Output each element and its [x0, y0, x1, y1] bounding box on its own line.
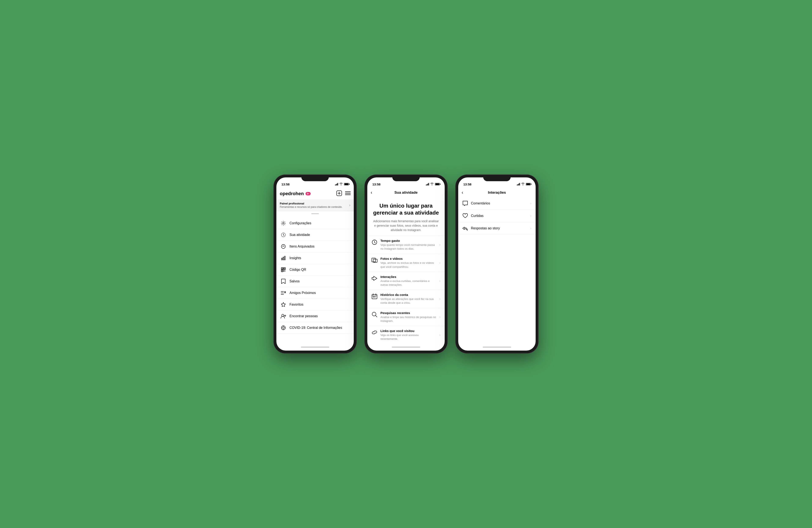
svg-rect-9 [281, 258, 282, 260]
menu-item-codigo-qr[interactable]: Código QR [276, 264, 354, 276]
battery-icon-2 [435, 183, 440, 185]
hero-desc: Adicionamos mais ferramentas para você a… [372, 219, 440, 232]
svg-point-45 [372, 312, 376, 316]
menu-label-covid: COVID-19: Central de Informações [289, 326, 342, 330]
notification-badge[interactable]: 9+ [306, 192, 311, 195]
screen-content-3[interactable]: Comentários › Curtidas › [458, 197, 536, 343]
person-add-icon [280, 313, 286, 319]
chevron-icon: › [439, 315, 440, 319]
bookmark-icon [280, 278, 286, 284]
nav-title-2: Sua atividade [394, 191, 418, 195]
activity-icon [280, 232, 286, 238]
banner-chevron-icon: › [349, 203, 350, 207]
comment-icon [462, 201, 468, 206]
links-title: Links que você visitou [380, 329, 436, 333]
phone-screen-2: 13:58 [367, 177, 445, 351]
hero-title: Um único lugar para gerenciar a sua ativ… [372, 202, 440, 216]
header-icons [336, 191, 350, 197]
menu-label-amigos-proximos: Amigos Próximos [289, 291, 316, 295]
gear-icon [280, 221, 286, 226]
chevron-icon: › [530, 201, 532, 205]
menu-item-covid[interactable]: COVID-19: Central de Informações [276, 322, 354, 334]
menu-label-codigo-qr: Código QR [289, 268, 306, 272]
menu-item-favoritos[interactable]: Favoritos [276, 299, 354, 311]
menu-label-encontrar-pessoas: Encontrar pessoas [289, 314, 318, 318]
hamburger-menu-icon[interactable] [345, 191, 350, 196]
svg-line-46 [376, 316, 377, 317]
menu-item-pesquisas[interactable]: Pesquisas recentes Analise e limpe seu h… [367, 308, 445, 326]
close-friends-icon [280, 290, 286, 296]
signal-icon-3 [517, 183, 520, 185]
back-button-2[interactable]: ‹ [371, 190, 372, 195]
calendar-icon [372, 293, 377, 299]
signal-icon-1 [335, 183, 338, 185]
link-icon [372, 330, 377, 335]
menu-item-amigos-proximos[interactable]: Amigos Próximos [276, 287, 354, 299]
svg-point-8 [281, 244, 286, 248]
svg-rect-20 [284, 271, 284, 272]
svg-rect-17 [282, 271, 283, 271]
menu-item-sua-atividade[interactable]: Sua atividade [276, 229, 354, 241]
wifi-icon-2 [430, 182, 434, 186]
menu-label-salvos: Salvos [289, 280, 300, 283]
add-post-icon[interactable] [336, 191, 342, 197]
menu-label-sua-atividade: Sua atividade [289, 233, 310, 237]
menu-item-encontrar-pessoas[interactable]: Encontrar pessoas [276, 311, 354, 322]
menu-item-salvos[interactable]: Salvos [276, 276, 354, 287]
svg-rect-10 [283, 257, 284, 260]
historico-title: Histórico da conta [380, 293, 436, 297]
banner-desc: Ferramentas e recursos só para criadores… [280, 206, 342, 209]
chevron-icon: › [439, 243, 440, 247]
interactions-icon [372, 275, 377, 281]
menu-item-insights[interactable]: Insights [276, 252, 354, 264]
menu-item-comentarios[interactable]: Comentários › [458, 197, 536, 210]
menu-item-configuracoes[interactable]: Configurações [276, 217, 354, 229]
username-area: opedrohen 9+ [280, 191, 310, 196]
search-icon [372, 312, 377, 317]
menu-item-fotos-videos[interactable]: Fotos e vídeos Veja, archive ou exclua a… [367, 254, 445, 272]
photos-videos-icon [372, 257, 377, 263]
phone-screen-3: 13:58 [458, 177, 536, 351]
menu-item-interacoes[interactable]: Interações Analise e exclua curtidas, co… [367, 272, 445, 290]
pesquisas-desc: Analise e limpe seu histórico de pesquis… [380, 315, 436, 323]
menu-label-configuracoes: Configurações [289, 221, 311, 225]
links-content: Links que você visitou Veja os links que… [380, 329, 436, 341]
menu-label-itens-arquivados: Itens Arquivados [289, 244, 315, 248]
chevron-icon: › [439, 333, 440, 337]
wifi-icon-1 [339, 182, 343, 186]
svg-rect-21 [285, 271, 285, 272]
username-text: opedrohen [280, 191, 304, 196]
menu-label-insights: Insights [289, 256, 301, 260]
menu-item-historico[interactable]: Histórico da conta Verifique as alteraçõ… [367, 290, 445, 308]
back-button-3[interactable]: ‹ [462, 190, 463, 195]
p1-header: opedrohen 9+ [276, 188, 354, 199]
tempo-gasto-title: Tempo gasto [380, 239, 436, 242]
notch-3 [483, 175, 511, 181]
menu-item-respostas[interactable]: Respostas ao story › [458, 222, 536, 235]
menu-sheet: Configurações Sua atividade [276, 213, 354, 334]
home-indicator-1 [276, 343, 354, 351]
menu-item-links[interactable]: Links que você visitou Veja os links que… [367, 326, 445, 343]
menu-item-itens-arquivados[interactable]: Itens Arquivados [276, 241, 354, 252]
svg-point-31 [282, 327, 284, 329]
svg-point-27 [282, 314, 284, 316]
phone-1: 13:58 [274, 175, 356, 353]
svg-rect-19 [285, 270, 285, 271]
menu-item-tempo-gasto[interactable]: Tempo gasto Veja quanto tempo você norma… [367, 236, 445, 254]
professional-banner[interactable]: Painel profissional Ferramentas e recurs… [276, 199, 354, 211]
screen-content-2[interactable]: Um único lugar para gerenciar a sua ativ… [367, 197, 445, 343]
bar-chart-icon [280, 255, 286, 261]
screen-content-1[interactable]: opedrohen 9+ [276, 188, 354, 343]
star-icon [280, 302, 286, 307]
fotos-videos-content: Fotos e vídeos Veja, archive ou exclua a… [380, 257, 436, 269]
signal-icon-2 [426, 183, 429, 185]
chevron-icon: › [530, 214, 532, 218]
chevron-icon: › [439, 279, 440, 283]
hero-section: Um único lugar para gerenciar a sua ativ… [367, 197, 445, 236]
archive-icon [280, 244, 286, 249]
menu-item-curtidas[interactable]: Curtidas › [458, 210, 536, 222]
status-time-2: 13:58 [372, 182, 380, 186]
banner-title: Painel profissional [280, 202, 342, 205]
menu-label-curtidas: Curtidas [471, 214, 527, 218]
wifi-icon-3 [521, 182, 525, 186]
